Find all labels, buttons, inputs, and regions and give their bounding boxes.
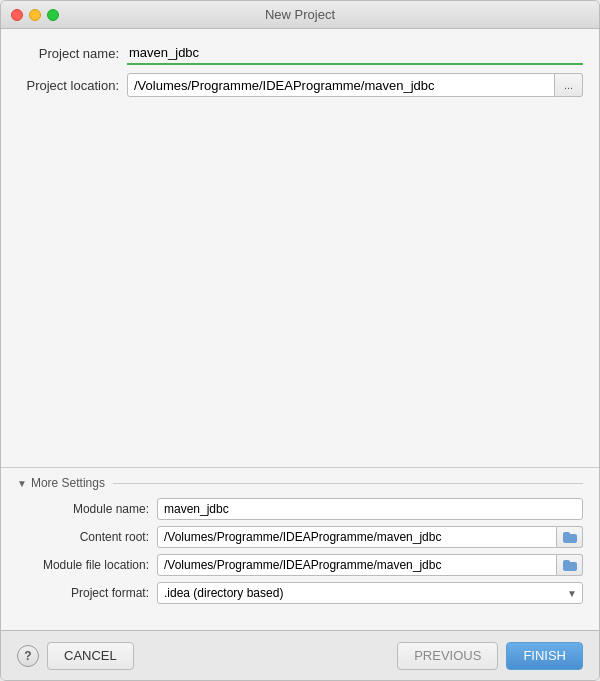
project-format-row: Project format: .idea (directory based) … [17,582,583,604]
project-format-label: Project format: [17,586,157,600]
previous-label: PREVIOUS [414,648,481,663]
finish-button[interactable]: FINISH [506,642,583,670]
project-location-input[interactable] [127,73,555,97]
project-format-select[interactable]: .idea (directory based) Eclipse (.classp… [157,582,583,604]
new-project-window: New Project Project name: Project locati… [0,0,600,681]
module-file-location-label: Module file location: [17,558,157,572]
folder-icon [563,532,577,543]
location-field-group: ... [127,73,583,97]
form-content: Project name: Project location: ... ▼ Mo… [1,29,599,630]
help-icon: ? [24,649,31,663]
module-name-row: Module name: [17,498,583,520]
location-browse-button[interactable]: ... [555,73,583,97]
content-root-label: Content root: [17,530,157,544]
content-root-row: Content root: [17,526,583,548]
module-name-input[interactable] [157,498,583,520]
project-format-select-wrapper: .idea (directory based) Eclipse (.classp… [157,582,583,604]
module-file-location-row: Module file location: [17,554,583,576]
browse-dots: ... [564,79,573,91]
project-location-label: Project location: [17,78,127,93]
more-settings-divider [113,483,583,484]
bottom-left: ? CANCEL [17,642,134,670]
title-bar: New Project [1,1,599,29]
settings-form: Module name: Content root: Module fil [17,498,583,618]
module-name-label: Module name: [17,502,157,516]
close-button[interactable] [11,9,23,21]
previous-button[interactable]: PREVIOUS [397,642,498,670]
content-root-field-group [157,526,583,548]
collapse-icon: ▼ [17,478,27,489]
more-settings-toggle[interactable]: ▼ More Settings [17,468,583,498]
cancel-button[interactable]: CANCEL [47,642,134,670]
content-root-browse-button[interactable] [557,526,583,548]
finish-label: FINISH [523,648,566,663]
project-name-label: Project name: [17,46,127,61]
window-title: New Project [265,7,335,22]
spacer [17,105,583,467]
maximize-button[interactable] [47,9,59,21]
module-file-location-browse-button[interactable] [557,554,583,576]
more-settings-label: More Settings [31,476,105,490]
cancel-label: CANCEL [64,648,117,663]
project-location-row: Project location: ... [17,73,583,97]
more-settings-section: ▼ More Settings Module name: Content roo… [1,467,599,618]
folder-icon-2 [563,560,577,571]
module-file-location-field-group [157,554,583,576]
bottom-right: PREVIOUS FINISH [397,642,583,670]
module-file-location-input[interactable] [157,554,557,576]
bottom-bar: ? CANCEL PREVIOUS FINISH [1,630,599,680]
help-button[interactable]: ? [17,645,39,667]
traffic-lights [11,9,59,21]
content-root-input[interactable] [157,526,557,548]
minimize-button[interactable] [29,9,41,21]
project-name-row: Project name: [17,41,583,65]
project-name-input[interactable] [127,41,583,65]
